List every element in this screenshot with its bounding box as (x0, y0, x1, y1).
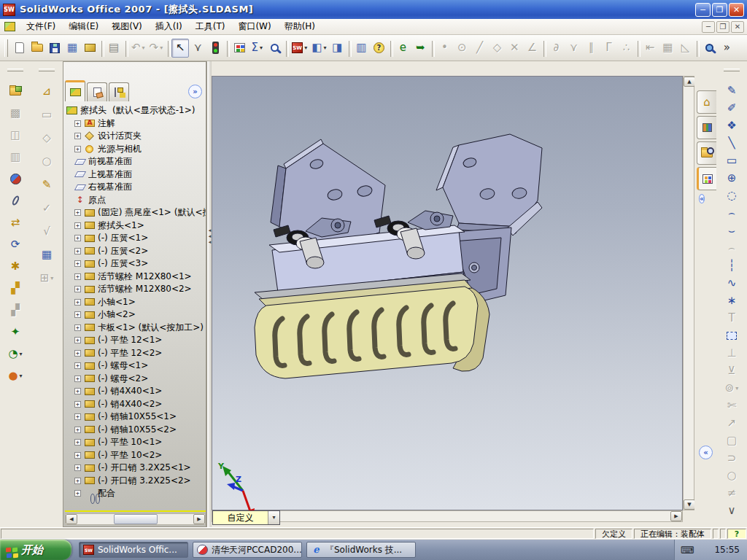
menu-item[interactable]: 文件(F) (20, 19, 62, 34)
help-icon[interactable]: ▾ (370, 39, 387, 58)
expand-toggle[interactable]: + (74, 452, 81, 459)
doc-close-button[interactable]: ✕ (731, 21, 744, 33)
expand-toggle[interactable]: + (74, 260, 81, 267)
tree-item[interactable]: + (-) 开口销 3.2X25<2> (65, 475, 206, 488)
tree-item[interactable]: + (-) 销4X40<1> (65, 385, 206, 398)
tree-item[interactable]: + 小轴<2> (65, 308, 206, 322)
minimize-button[interactable]: ─ (695, 3, 711, 17)
toolbar-more-icon[interactable]: ∨ ▾ (721, 502, 743, 519)
expand-toggle[interactable]: + (74, 439, 81, 446)
tangent-arc-icon[interactable]: ⌣ ▾ (721, 222, 743, 239)
quick-tips-icon[interactable]: ? (727, 529, 746, 539)
rollback-bar[interactable] (65, 510, 206, 512)
expand-toggle[interactable]: + (74, 376, 81, 382)
selection-filter-icon[interactable]: ⋎ ▾ (189, 39, 206, 58)
save-icon[interactable]: ▾ (46, 39, 63, 58)
tree-item[interactable]: + 右视基准面 (65, 181, 206, 194)
split-window-icon[interactable]: ◨ ▾ (328, 39, 346, 58)
select-icon[interactable]: ↖ ▾ (171, 39, 189, 58)
sketch-plane-icon[interactable]: ❖ ▾ (721, 117, 743, 134)
tree-item[interactable]: + 前视基准面 (65, 155, 206, 168)
task-pane-collapse-button[interactable]: « (699, 194, 705, 203)
dropdown-arrow-icon[interactable]: ▾ (260, 44, 263, 51)
dropdown-arrow-icon[interactable]: ▾ (304, 44, 307, 51)
custom-properties-tab[interactable] (697, 167, 716, 190)
photoworks-icon[interactable]: ● ▾ (4, 366, 26, 385)
tree-item[interactable]: + 注解 (65, 117, 206, 131)
tree-item[interactable]: + (-) 平垫 10<2> (65, 449, 206, 462)
tree-item[interactable]: + (-) 螺母<1> (65, 359, 206, 373)
sketch-icon[interactable]: ✎ ▾ (721, 82, 743, 99)
edit-color-icon[interactable]: ▾ (231, 39, 248, 58)
centerpoint-arc-icon[interactable]: ⌢ ▾ (721, 204, 743, 222)
scroll-right-icon[interactable]: ▶ (670, 511, 682, 521)
exploded-view-icon[interactable]: ▞ ▾ (4, 279, 26, 298)
expand-toggle[interactable]: + (74, 235, 81, 241)
restore-button[interactable]: ❐ (712, 3, 727, 17)
view-orientation-icon[interactable]: ◧ ▾ (309, 39, 328, 58)
expand-toggle[interactable]: + (74, 248, 81, 254)
expand-toggle[interactable]: + (74, 273, 81, 280)
rotate-component-icon[interactable]: ⟳ ▾ (4, 235, 26, 254)
line-icon[interactable]: ╲ ▾ (721, 134, 743, 152)
menu-item[interactable]: 窗口(W) (231, 19, 277, 34)
scroll-left-icon[interactable]: ◀ (66, 514, 77, 524)
file-explorer-tab[interactable] (697, 141, 716, 165)
tree-item[interactable]: + (-) 平垫 12<2> (65, 347, 206, 360)
taskbar-button[interactable]: 清华天河PCCAD200... (193, 542, 302, 558)
panel-splitter[interactable]: ◂ ◂ ◂ (206, 61, 212, 527)
smart-fasteners-icon[interactable]: ✱ ▾ (4, 257, 26, 276)
view-selector[interactable]: 自定义 ▾ (212, 510, 280, 525)
dropdown-arrow-icon[interactable]: ▾ (160, 44, 163, 51)
design-library-tab[interactable] (697, 116, 716, 139)
tree-item[interactable]: + 活节螺栓 M12X80<2> (65, 283, 206, 296)
expand-toggle[interactable]: + (74, 350, 81, 357)
open-icon[interactable]: ▾ (28, 39, 46, 58)
tree-item[interactable]: + (-) 开口销 3.2X25<1> (65, 462, 206, 475)
make-assembly-from-part-icon[interactable]: ▾ (81, 39, 98, 58)
insert-component-icon[interactable]: ▾ (4, 82, 26, 101)
sketch-3d-icon[interactable]: ✐ ▾ (721, 99, 743, 117)
animator-icon[interactable]: e ▾ (394, 39, 411, 58)
edrawings-icon[interactable]: ➥ ▾ (411, 39, 429, 58)
solidworks-office-icon[interactable]: ▾ (290, 39, 309, 58)
taskbar-button[interactable]: SolidWorks Offic... (79, 542, 188, 558)
expand-toggle[interactable]: + (74, 209, 81, 216)
measure-icon[interactable]: Σ ▾ (248, 39, 266, 58)
expand-toggle[interactable]: + (74, 337, 81, 343)
expand-toggle[interactable]: + (74, 146, 81, 152)
expand-toggle[interactable]: + (74, 311, 81, 318)
dropdown-arrow-icon[interactable]: ▾ (20, 351, 23, 357)
measure-tool-icon[interactable]: ⊿ ▾ (36, 82, 58, 101)
toolbar-overflow-icon[interactable]: » ▾ (718, 39, 735, 58)
menu-item[interactable]: 视图(V) (105, 19, 149, 34)
tree-item[interactable]: + 活节螺栓 M12X80<1> (65, 271, 206, 284)
make-drawing-from-part-icon[interactable]: ▦ ▾ (63, 39, 81, 58)
replace-components-icon[interactable]: ▾ (4, 169, 26, 188)
tree-item[interactable]: + (-) 销轴10X55<1> (65, 411, 206, 424)
expand-toggle[interactable]: + (74, 413, 81, 420)
tree-item[interactable]: + (-) 销轴10X55<2> (65, 424, 206, 437)
print-icon[interactable]: ▤ ▾ (105, 39, 123, 58)
viewport-vertical-scrollbar[interactable]: ▲ ▼ (683, 76, 694, 510)
expand-toggle[interactable]: + (74, 286, 81, 292)
toolbar-handle[interactable] (724, 69, 740, 71)
tree-item[interactable]: + (固定) 燕尾座<1> (默认<按 (65, 206, 206, 219)
tree-item[interactable]: + 小轴<1> (65, 296, 206, 309)
expand-toggle[interactable]: + (74, 388, 81, 394)
featuremanager-tab[interactable] (65, 80, 85, 101)
expand-toggle[interactable]: + (74, 362, 81, 369)
menu-item[interactable]: 帮助(H) (278, 19, 322, 34)
tree-item[interactable]: + (-) 平垫 10<1> (65, 436, 206, 449)
interference-detection-icon[interactable]: ✦ ▾ (4, 322, 26, 341)
viewport-horizontal-scrollbar[interactable]: ◀ ▶ (212, 510, 683, 522)
propertymanager-tab[interactable] (87, 82, 107, 101)
tree-item[interactable]: + 原点 (65, 194, 206, 207)
home-tab[interactable]: ⌂ (697, 90, 716, 114)
doc-restore-button[interactable]: ❐ (716, 21, 729, 33)
options-grid-icon[interactable]: ▦ ▾ (36, 245, 58, 264)
scroll-up-icon[interactable]: ▲ (684, 77, 695, 87)
configurationmanager-tab[interactable] (109, 82, 129, 101)
tree-item[interactable]: + (-) 压簧<2> (65, 245, 206, 258)
tree-item[interactable]: + (-) 螺母<2> (65, 373, 206, 386)
